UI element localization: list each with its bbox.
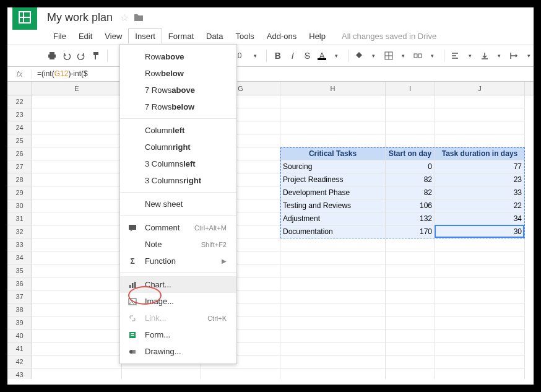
- cell[interactable]: 82: [386, 173, 435, 186]
- cell[interactable]: [386, 329, 435, 342]
- merge-icon[interactable]: [413, 49, 423, 63]
- menu-item-new-sheet[interactable]: New sheet: [120, 196, 236, 212]
- cell[interactable]: [435, 368, 525, 379]
- menu-help[interactable]: Help: [303, 29, 332, 43]
- menu-file[interactable]: File: [47, 29, 72, 43]
- cell[interactable]: [280, 108, 386, 121]
- cell[interactable]: 23: [435, 173, 525, 186]
- cell[interactable]: 106: [386, 199, 435, 212]
- borders-dropdown[interactable]: ▾: [399, 49, 409, 63]
- star-icon[interactable]: ☆: [120, 12, 129, 24]
- cell[interactable]: [435, 303, 525, 316]
- cell[interactable]: 22: [435, 199, 525, 212]
- spreadsheet-grid[interactable]: EFGHIJ 2223242526Critical TasksStart on …: [7, 82, 534, 379]
- cell[interactable]: [32, 173, 122, 186]
- col-header-e[interactable]: E: [32, 82, 122, 95]
- strikethrough-icon[interactable]: S: [302, 49, 312, 63]
- cell[interactable]: [32, 329, 122, 342]
- cell[interactable]: [280, 95, 386, 108]
- cell[interactable]: [386, 368, 435, 379]
- cell[interactable]: [32, 121, 122, 134]
- text-color-icon[interactable]: A: [317, 49, 327, 63]
- formula-input[interactable]: =(int(G12)-int($: [32, 69, 88, 79]
- cell[interactable]: [435, 277, 525, 290]
- font-size-dropdown[interactable]: ▾: [251, 49, 261, 63]
- folder-icon[interactable]: [134, 13, 144, 22]
- print-icon[interactable]: [47, 49, 57, 63]
- cell[interactable]: [435, 238, 525, 251]
- cell[interactable]: [386, 303, 435, 316]
- menu-tools[interactable]: Tools: [229, 29, 260, 43]
- cell[interactable]: Development Phase: [280, 186, 386, 199]
- menu-item-chart[interactable]: Chart...: [120, 276, 236, 293]
- cell[interactable]: [32, 277, 122, 290]
- row-header[interactable]: 34: [7, 251, 32, 264]
- cell[interactable]: Task duration in days: [435, 147, 525, 160]
- cell[interactable]: [435, 108, 525, 121]
- cell[interactable]: 170: [386, 225, 435, 238]
- row-header[interactable]: 42: [7, 355, 32, 368]
- cell[interactable]: [280, 342, 386, 355]
- cell[interactable]: [435, 329, 525, 342]
- cell[interactable]: [32, 147, 122, 160]
- cell[interactable]: [280, 290, 386, 303]
- row-header[interactable]: 41: [7, 342, 32, 355]
- menu-item-row[interactable]: Row above: [120, 48, 236, 65]
- menu-edit[interactable]: Edit: [72, 29, 98, 43]
- cell[interactable]: Testing and Reviews: [280, 199, 386, 212]
- halign-dropdown[interactable]: ▾: [465, 49, 475, 63]
- cell[interactable]: 30: [435, 225, 525, 238]
- cell[interactable]: [280, 264, 386, 277]
- cell[interactable]: [280, 355, 386, 368]
- row-header[interactable]: 33: [7, 238, 32, 251]
- cell[interactable]: 77: [435, 160, 525, 173]
- cell[interactable]: [386, 238, 435, 251]
- row-header[interactable]: 38: [7, 303, 32, 316]
- cell[interactable]: [435, 316, 525, 329]
- cell[interactable]: [32, 134, 122, 147]
- cell[interactable]: [435, 95, 525, 108]
- text-color-dropdown[interactable]: ▾: [332, 49, 342, 63]
- row-header[interactable]: 35: [7, 264, 32, 277]
- menu-item-drawing[interactable]: Drawing...: [120, 343, 236, 360]
- cell[interactable]: Adjustment: [280, 212, 386, 225]
- cell[interactable]: [386, 121, 435, 134]
- cell[interactable]: Sourcing: [280, 160, 386, 173]
- cell[interactable]: [386, 134, 435, 147]
- cell[interactable]: [435, 121, 525, 134]
- doc-title[interactable]: My work plan: [47, 11, 113, 24]
- cell[interactable]: [32, 355, 122, 368]
- row-header[interactable]: 28: [7, 173, 32, 186]
- row-header[interactable]: 32: [7, 225, 32, 238]
- cell[interactable]: [386, 355, 435, 368]
- row-header[interactable]: 22: [7, 95, 32, 108]
- menu-item-rows[interactable]: 7 Rows below: [120, 98, 236, 115]
- menu-item-row[interactable]: Row below: [120, 65, 236, 82]
- fill-dropdown[interactable]: ▾: [369, 49, 379, 63]
- menu-item-rows[interactable]: 7 Rows above: [120, 82, 236, 98]
- cell[interactable]: [32, 368, 122, 379]
- cell[interactable]: [32, 342, 122, 355]
- cell[interactable]: [32, 108, 122, 121]
- wrap-dropdown[interactable]: ▾: [524, 49, 534, 63]
- row-header[interactable]: 23: [7, 108, 32, 121]
- menu-data[interactable]: Data: [200, 29, 229, 43]
- valign-dropdown[interactable]: ▾: [495, 49, 504, 63]
- cell[interactable]: Critical Tasks: [280, 147, 386, 160]
- col-header-i[interactable]: I: [386, 82, 435, 95]
- menu-item-columns[interactable]: 3 Columns right: [120, 172, 236, 189]
- menu-item-form[interactable]: Form...: [120, 326, 236, 343]
- row-header[interactable]: 37: [7, 290, 32, 303]
- cell[interactable]: [32, 225, 122, 238]
- cell[interactable]: Start on day: [386, 147, 435, 160]
- cell[interactable]: [32, 95, 122, 108]
- cell[interactable]: [435, 264, 525, 277]
- sheets-logo[interactable]: [12, 7, 37, 30]
- undo-icon[interactable]: [62, 49, 72, 63]
- cell[interactable]: [280, 134, 386, 147]
- row-header[interactable]: 30: [7, 199, 32, 212]
- italic-icon[interactable]: I: [288, 49, 298, 63]
- row-header[interactable]: 24: [7, 121, 32, 134]
- valign-icon[interactable]: [480, 49, 490, 63]
- wrap-icon[interactable]: [509, 49, 519, 63]
